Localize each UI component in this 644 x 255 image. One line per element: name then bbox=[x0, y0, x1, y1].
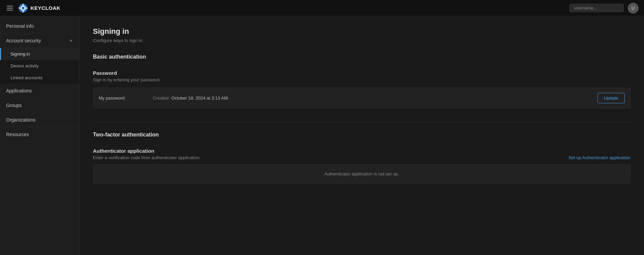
sidebar-item-groups[interactable]: Groups bbox=[0, 98, 79, 113]
page-title: Signing in bbox=[93, 27, 630, 36]
main-layout: Personal info Account security ▼ Signing… bbox=[0, 16, 644, 255]
sidebar-sub-item-label: Device activity bbox=[11, 63, 39, 68]
sidebar-item-personal-info[interactable]: Personal info bbox=[0, 19, 79, 34]
top-bar: KEYCLOAK username... U bbox=[0, 0, 644, 16]
sidebar-item-organizations[interactable]: Organizations bbox=[0, 113, 79, 127]
password-subsection-title: Password bbox=[93, 70, 630, 76]
sidebar-item-label: Organizations bbox=[6, 117, 35, 123]
sidebar-item-label: Groups bbox=[6, 103, 22, 108]
sidebar-item-label: Personal info bbox=[6, 23, 34, 29]
app-name: KEYCLOAK bbox=[31, 5, 60, 11]
top-bar-right: username... U bbox=[569, 3, 639, 14]
sidebar-item-account-security[interactable]: Account security ▼ bbox=[0, 34, 79, 48]
two-factor-title: Two-factor authentication bbox=[93, 132, 159, 141]
page-subtitle: Configure ways to sign in. bbox=[93, 38, 630, 43]
avatar[interactable]: U bbox=[628, 3, 639, 14]
authenticator-app-title: Authenticator application bbox=[93, 148, 630, 154]
sidebar: Personal info Account security ▼ Signing… bbox=[0, 16, 79, 255]
authenticator-app-desc: Enter a verification code from authentic… bbox=[93, 155, 200, 160]
sidebar-sub-item-label: Linked accounts bbox=[11, 75, 42, 80]
sidebar-item-label: Account security bbox=[6, 38, 41, 43]
sidebar-item-resources[interactable]: Resources bbox=[0, 127, 79, 142]
password-subsection-desc: Sign in by entering your password. bbox=[93, 77, 630, 82]
authenticator-empty-state: Authenticator application is not set up. bbox=[93, 164, 630, 184]
password-row-label: My password bbox=[99, 95, 153, 101]
password-row-meta: Created October 18, 2024 at 3:13 AM. bbox=[153, 95, 598, 101]
user-dropdown[interactable]: username... bbox=[569, 4, 624, 12]
section-divider bbox=[93, 122, 630, 122]
two-factor-section: Two-factor authentication Authenticator … bbox=[93, 132, 630, 184]
authenticator-empty-text: Authenticator application is not set up. bbox=[325, 171, 399, 176]
sidebar-item-device-activity[interactable]: Device activity bbox=[0, 60, 79, 72]
basic-auth-section: Basic authentication Password Sign in by… bbox=[93, 54, 630, 108]
two-factor-header: Two-factor authentication bbox=[93, 132, 630, 148]
sidebar-item-applications[interactable]: Applications bbox=[0, 84, 79, 98]
chevron-down-icon: ▼ bbox=[69, 39, 73, 43]
main-content: Signing in Configure ways to sign in. Ba… bbox=[79, 16, 644, 255]
sidebar-item-label: Applications bbox=[6, 88, 32, 93]
keycloak-logo-icon bbox=[18, 3, 28, 13]
sidebar-item-label: Resources bbox=[6, 132, 29, 137]
sidebar-item-linked-accounts[interactable]: Linked accounts bbox=[0, 72, 79, 84]
password-row: My password Created October 18, 2024 at … bbox=[93, 88, 630, 108]
basic-auth-title: Basic authentication bbox=[93, 54, 630, 63]
setup-authenticator-link[interactable]: Set up Authenticator application bbox=[568, 155, 630, 160]
created-key: Created bbox=[153, 95, 169, 101]
sidebar-item-signing-in[interactable]: Signing in bbox=[0, 48, 79, 60]
menu-toggle-button[interactable] bbox=[5, 4, 14, 12]
sidebar-sub-item-label: Signing in bbox=[11, 51, 30, 57]
update-action: Update bbox=[598, 93, 625, 103]
created-value: October 18, 2024 at 3:13 AM. bbox=[171, 95, 229, 101]
update-button[interactable]: Update bbox=[598, 93, 625, 103]
app-logo: KEYCLOAK bbox=[18, 3, 60, 13]
top-bar-left: KEYCLOAK bbox=[5, 3, 60, 13]
account-security-sub-items: Signing in Device activity Linked accoun… bbox=[0, 48, 79, 84]
